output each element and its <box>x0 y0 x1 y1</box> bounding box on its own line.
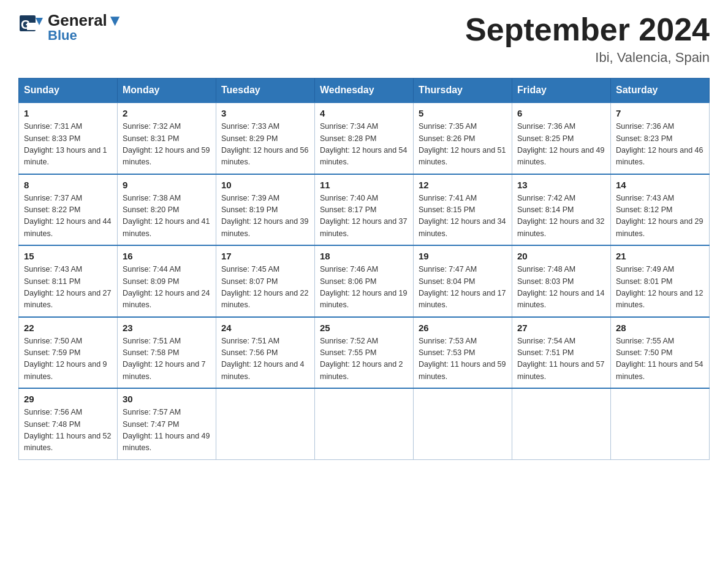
day-number: 8 <box>24 180 112 190</box>
col-saturday: Saturday <box>611 79 710 103</box>
day-info: Sunrise: 7:51 AMSunset: 7:56 PMDaylight:… <box>221 335 309 383</box>
day-number: 9 <box>123 180 211 190</box>
col-monday: Monday <box>118 79 216 103</box>
col-sunday: Sunday <box>19 79 118 103</box>
calendar-cell: 21 Sunrise: 7:49 AMSunset: 8:01 PMDaylig… <box>611 245 710 317</box>
day-number: 1 <box>24 108 112 118</box>
calendar-cell: 25 Sunrise: 7:52 AMSunset: 7:55 PMDaylig… <box>315 317 414 389</box>
day-number: 26 <box>419 323 507 333</box>
calendar-cell: 2 Sunrise: 7:32 AMSunset: 8:31 PMDayligh… <box>118 102 216 174</box>
day-info: Sunrise: 7:31 AMSunset: 8:33 PMDaylight:… <box>24 121 112 169</box>
day-number: 20 <box>517 251 605 261</box>
logo: G General▼ Blue <box>18 12 123 43</box>
calendar-cell: 13 Sunrise: 7:42 AMSunset: 8:14 PMDaylig… <box>512 174 611 246</box>
calendar-cell: 26 Sunrise: 7:53 AMSunset: 7:53 PMDaylig… <box>414 317 512 389</box>
calendar-cell: 22 Sunrise: 7:50 AMSunset: 7:59 PMDaylig… <box>19 317 118 389</box>
calendar-cell: 12 Sunrise: 7:41 AMSunset: 8:15 PMDaylig… <box>414 174 512 246</box>
day-number: 2 <box>123 108 211 118</box>
logo-text-general: General▼ <box>48 12 123 28</box>
col-thursday: Thursday <box>414 79 512 103</box>
day-info: Sunrise: 7:45 AMSunset: 8:07 PMDaylight:… <box>221 264 309 312</box>
svg-text:G: G <box>21 18 31 31</box>
day-info: Sunrise: 7:39 AMSunset: 8:19 PMDaylight:… <box>221 193 309 240</box>
calendar-cell: 10 Sunrise: 7:39 AMSunset: 8:19 PMDaylig… <box>216 174 315 246</box>
day-info: Sunrise: 7:32 AMSunset: 8:31 PMDaylight:… <box>123 121 211 169</box>
day-number: 17 <box>221 251 309 261</box>
day-number: 24 <box>221 323 309 333</box>
week-row-4: 22 Sunrise: 7:50 AMSunset: 7:59 PMDaylig… <box>19 317 710 389</box>
week-row-3: 15 Sunrise: 7:43 AMSunset: 8:11 PMDaylig… <box>19 245 710 317</box>
calendar-table: Sunday Monday Tuesday Wednesday Thursday… <box>18 78 710 460</box>
day-info: Sunrise: 7:42 AMSunset: 8:14 PMDaylight:… <box>517 193 605 240</box>
day-number: 15 <box>24 251 112 261</box>
calendar-cell: 24 Sunrise: 7:51 AMSunset: 7:56 PMDaylig… <box>216 317 315 389</box>
day-info: Sunrise: 7:48 AMSunset: 8:03 PMDaylight:… <box>517 264 605 312</box>
day-number: 14 <box>616 180 704 190</box>
week-row-5: 29 Sunrise: 7:56 AMSunset: 7:48 PMDaylig… <box>19 388 710 459</box>
title-section: September 2024 Ibi, Valencia, Spain <box>465 12 710 66</box>
calendar-cell <box>315 388 414 459</box>
day-number: 16 <box>123 251 211 261</box>
calendar-cell <box>216 388 315 459</box>
calendar-cell: 16 Sunrise: 7:44 AMSunset: 8:09 PMDaylig… <box>118 245 216 317</box>
calendar-cell: 27 Sunrise: 7:54 AMSunset: 7:51 PMDaylig… <box>512 317 611 389</box>
day-number: 19 <box>419 251 507 261</box>
day-info: Sunrise: 7:36 AMSunset: 8:25 PMDaylight:… <box>517 121 605 169</box>
svg-marker-4 <box>36 18 43 25</box>
day-number: 11 <box>320 180 408 190</box>
calendar-header-row: Sunday Monday Tuesday Wednesday Thursday… <box>19 79 710 103</box>
day-number: 7 <box>616 108 704 118</box>
day-info: Sunrise: 7:40 AMSunset: 8:17 PMDaylight:… <box>320 193 408 240</box>
day-info: Sunrise: 7:57 AMSunset: 7:47 PMDaylight:… <box>123 407 211 454</box>
day-info: Sunrise: 7:35 AMSunset: 8:26 PMDaylight:… <box>419 121 507 169</box>
day-info: Sunrise: 7:38 AMSunset: 8:20 PMDaylight:… <box>123 193 211 240</box>
page-title: September 2024 <box>465 12 710 47</box>
day-number: 30 <box>123 394 211 404</box>
calendar-cell: 17 Sunrise: 7:45 AMSunset: 8:07 PMDaylig… <box>216 245 315 317</box>
day-info: Sunrise: 7:54 AMSunset: 7:51 PMDaylight:… <box>517 335 605 383</box>
day-number: 5 <box>419 108 507 118</box>
day-info: Sunrise: 7:49 AMSunset: 8:01 PMDaylight:… <box>616 264 704 312</box>
calendar-cell: 28 Sunrise: 7:55 AMSunset: 7:50 PMDaylig… <box>611 317 710 389</box>
day-number: 3 <box>221 108 309 118</box>
day-info: Sunrise: 7:43 AMSunset: 8:11 PMDaylight:… <box>24 264 112 312</box>
calendar-cell: 11 Sunrise: 7:40 AMSunset: 8:17 PMDaylig… <box>315 174 414 246</box>
col-tuesday: Tuesday <box>216 79 315 103</box>
page-subtitle: Ibi, Valencia, Spain <box>465 50 710 66</box>
day-info: Sunrise: 7:33 AMSunset: 8:29 PMDaylight:… <box>221 121 309 169</box>
day-info: Sunrise: 7:36 AMSunset: 8:23 PMDaylight:… <box>616 121 704 169</box>
calendar-cell <box>414 388 512 459</box>
day-info: Sunrise: 7:41 AMSunset: 8:15 PMDaylight:… <box>419 193 507 240</box>
calendar-cell: 7 Sunrise: 7:36 AMSunset: 8:23 PMDayligh… <box>611 102 710 174</box>
day-info: Sunrise: 7:53 AMSunset: 7:53 PMDaylight:… <box>419 335 507 383</box>
day-number: 6 <box>517 108 605 118</box>
calendar-cell: 9 Sunrise: 7:38 AMSunset: 8:20 PMDayligh… <box>118 174 216 246</box>
day-number: 18 <box>320 251 408 261</box>
col-friday: Friday <box>512 79 611 103</box>
calendar-cell: 30 Sunrise: 7:57 AMSunset: 7:47 PMDaylig… <box>118 388 216 459</box>
calendar-cell: 1 Sunrise: 7:31 AMSunset: 8:33 PMDayligh… <box>19 102 118 174</box>
calendar-cell: 19 Sunrise: 7:47 AMSunset: 8:04 PMDaylig… <box>414 245 512 317</box>
calendar-cell <box>611 388 710 459</box>
day-info: Sunrise: 7:37 AMSunset: 8:22 PMDaylight:… <box>24 193 112 240</box>
day-number: 25 <box>320 323 408 333</box>
calendar-cell: 14 Sunrise: 7:43 AMSunset: 8:12 PMDaylig… <box>611 174 710 246</box>
col-wednesday: Wednesday <box>315 79 414 103</box>
day-info: Sunrise: 7:52 AMSunset: 7:55 PMDaylight:… <box>320 335 408 383</box>
day-number: 22 <box>24 323 112 333</box>
calendar-cell: 18 Sunrise: 7:46 AMSunset: 8:06 PMDaylig… <box>315 245 414 317</box>
calendar-cell <box>512 388 611 459</box>
calendar-cell: 6 Sunrise: 7:36 AMSunset: 8:25 PMDayligh… <box>512 102 611 174</box>
logo-icon: G <box>18 14 45 41</box>
day-number: 12 <box>419 180 507 190</box>
day-info: Sunrise: 7:47 AMSunset: 8:04 PMDaylight:… <box>419 264 507 312</box>
calendar-cell: 4 Sunrise: 7:34 AMSunset: 8:28 PMDayligh… <box>315 102 414 174</box>
day-info: Sunrise: 7:46 AMSunset: 8:06 PMDaylight:… <box>320 264 408 312</box>
day-number: 29 <box>24 394 112 404</box>
week-row-1: 1 Sunrise: 7:31 AMSunset: 8:33 PMDayligh… <box>19 102 710 174</box>
day-info: Sunrise: 7:55 AMSunset: 7:50 PMDaylight:… <box>616 335 704 383</box>
day-number: 10 <box>221 180 309 190</box>
day-number: 21 <box>616 251 704 261</box>
page-header: G General▼ Blue September 2024 Ibi, Vale… <box>18 12 710 66</box>
day-number: 27 <box>517 323 605 333</box>
